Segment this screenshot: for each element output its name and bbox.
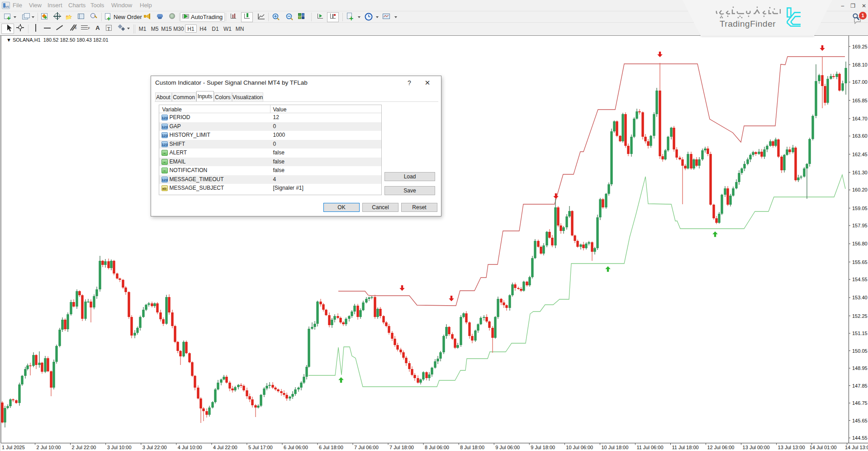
svg-text:165.85: 165.85 bbox=[852, 98, 868, 103]
svg-text:6 Jul 18:00: 6 Jul 18:00 bbox=[319, 445, 343, 450]
svg-text:7 Jul 06:00: 7 Jul 06:00 bbox=[354, 445, 379, 450]
svg-text:4 Jul 10:00: 4 Jul 10:00 bbox=[178, 445, 202, 450]
svg-text:4 Jul 22:00: 4 Jul 22:00 bbox=[213, 445, 237, 450]
svg-text:144.55: 144.55 bbox=[852, 435, 868, 441]
svg-text:152.25: 152.25 bbox=[852, 313, 868, 319]
svg-text:10 Jul 18:00: 10 Jul 18:00 bbox=[601, 445, 628, 450]
svg-text:169.25: 169.25 bbox=[852, 44, 868, 49]
svg-text:2 Jul 10:00: 2 Jul 10:00 bbox=[37, 445, 61, 450]
svg-text:156.80: 156.80 bbox=[852, 241, 868, 246]
svg-text:163.60: 163.60 bbox=[852, 133, 868, 139]
svg-text:147.85: 147.85 bbox=[852, 383, 868, 389]
svg-text:145.65: 145.65 bbox=[852, 418, 868, 423]
svg-text:148.95: 148.95 bbox=[852, 365, 868, 371]
svg-text:164.70: 164.70 bbox=[852, 116, 868, 121]
svg-text:146.75: 146.75 bbox=[852, 400, 868, 406]
svg-text:151.15: 151.15 bbox=[852, 331, 868, 336]
svg-text:3 Jul 10:00: 3 Jul 10:00 bbox=[107, 445, 132, 450]
svg-text:153.40: 153.40 bbox=[852, 295, 868, 300]
svg-text:2 Jul 22:00: 2 Jul 22:00 bbox=[72, 445, 96, 450]
svg-text:7 Jul 18:00: 7 Jul 18:00 bbox=[389, 445, 414, 450]
svg-text:14 Jul 13:00: 14 Jul 13:00 bbox=[845, 445, 868, 450]
svg-text:11 Jul 18:00: 11 Jul 18:00 bbox=[672, 445, 699, 450]
svg-text:1 Jul 2025: 1 Jul 2025 bbox=[2, 445, 25, 450]
svg-text:159.05: 159.05 bbox=[852, 206, 868, 211]
svg-text:8 Jul 18:00: 8 Jul 18:00 bbox=[460, 445, 484, 450]
svg-text:154.55: 154.55 bbox=[852, 277, 868, 282]
svg-text:10 Jul 06:00: 10 Jul 06:00 bbox=[566, 445, 593, 450]
svg-text:160.20: 160.20 bbox=[852, 187, 868, 192]
svg-text:13 Jul 13:00: 13 Jul 13:00 bbox=[778, 445, 805, 450]
svg-text:9 Jul 18:00: 9 Jul 18:00 bbox=[531, 445, 555, 450]
svg-text:168.10: 168.10 bbox=[852, 62, 868, 67]
svg-text:162.45: 162.45 bbox=[852, 152, 868, 157]
svg-text:11 Jul 06:00: 11 Jul 06:00 bbox=[636, 445, 663, 450]
svg-text:6 Jul 06:00: 6 Jul 06:00 bbox=[284, 445, 308, 450]
svg-text:157.95: 157.95 bbox=[852, 223, 868, 228]
svg-text:12 Jul 06:00: 12 Jul 06:00 bbox=[707, 445, 735, 450]
svg-text:3 Jul 22:00: 3 Jul 22:00 bbox=[142, 445, 167, 450]
svg-text:5 Jul 17:00: 5 Jul 17:00 bbox=[248, 445, 273, 450]
svg-text:161.30: 161.30 bbox=[852, 170, 868, 175]
svg-text:167.00: 167.00 bbox=[852, 79, 868, 85]
svg-text:155.65: 155.65 bbox=[852, 259, 868, 265]
svg-text:13 Jul 00:00: 13 Jul 00:00 bbox=[743, 445, 770, 450]
svg-text:8 Jul 06:00: 8 Jul 06:00 bbox=[425, 445, 449, 450]
svg-text:150.05: 150.05 bbox=[852, 348, 868, 354]
svg-text:14 Jul 01:00: 14 Jul 01:00 bbox=[810, 445, 837, 450]
svg-text:9 Jul 06:00: 9 Jul 06:00 bbox=[495, 445, 520, 450]
